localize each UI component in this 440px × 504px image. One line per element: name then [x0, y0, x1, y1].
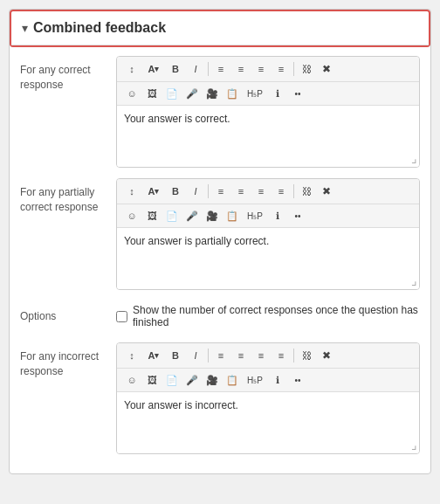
sep2: [293, 62, 294, 76]
incorrect-response-row: For any incorrectresponse ↕ A▾ B I ≡ ≡ ≡…: [20, 342, 420, 454]
partial-toolbar2: ☺ 🖼 📄 🎤 🎥 📋 H₅P ℹ ••: [117, 204, 419, 228]
unlink-btn-i[interactable]: ✖: [317, 347, 336, 364]
image-btn-i[interactable]: 🖼: [142, 371, 162, 389]
sep4: [293, 184, 294, 198]
link-btn-p[interactable]: ⛓: [297, 183, 316, 200]
show-count-label: Show the number of correct responses onc…: [133, 304, 420, 328]
align-center-btn-p[interactable]: ≡: [251, 183, 271, 200]
correct-toolbar1: ↕ A▾ B I ≡ ≡ ≡ ≡ ⛓ ✖: [117, 57, 419, 82]
unlink-btn-p[interactable]: ✖: [317, 183, 336, 200]
chevron-icon[interactable]: ▾: [22, 21, 28, 35]
link-btn-i[interactable]: ⛓: [297, 347, 316, 364]
file-btn[interactable]: 📄: [162, 85, 182, 102]
audio-btn[interactable]: 🎤: [182, 85, 202, 102]
undo-btn[interactable]: ↕: [122, 60, 141, 78]
options-label: Options: [20, 310, 116, 322]
info-btn-p[interactable]: ℹ: [268, 207, 287, 224]
image-btn[interactable]: 🖼: [142, 85, 162, 102]
align-center-btn-i[interactable]: ≡: [251, 347, 271, 364]
sep6: [293, 349, 294, 362]
bold-btn-i[interactable]: B: [166, 347, 185, 364]
font-btn-i[interactable]: A▾: [142, 347, 165, 364]
paste-btn-i[interactable]: 📋: [223, 371, 242, 389]
image-btn-p[interactable]: 🖼: [142, 207, 162, 224]
ul-btn-i[interactable]: ≡: [211, 347, 230, 364]
ol-btn-p[interactable]: ≡: [231, 183, 251, 200]
partial-editor-area[interactable]: Your answer is partially correct.: [117, 228, 419, 289]
align-right-btn-i[interactable]: ≡: [272, 347, 291, 364]
bold-btn[interactable]: B: [166, 60, 185, 78]
correct-toolbar2: ☺ 🖼 📄 🎤 🎥 📋 H₅P ℹ ••: [117, 82, 419, 106]
link-btn[interactable]: ⛓: [297, 60, 316, 78]
paste-btn-p[interactable]: 📋: [223, 207, 242, 224]
ul-btn[interactable]: ≡: [211, 60, 230, 78]
file-btn-p[interactable]: 📄: [162, 207, 182, 224]
panel-title: Combined feedback: [33, 20, 166, 36]
incorrect-toolbar1: ↕ A▾ B I ≡ ≡ ≡ ≡ ⛓ ✖: [117, 343, 419, 369]
emoji-btn-p[interactable]: ☺: [122, 207, 141, 224]
correct-editor-text: Your answer is correct.: [124, 113, 230, 125]
video-btn-p[interactable]: 🎥: [203, 207, 222, 224]
video-btn-i[interactable]: 🎥: [203, 371, 222, 389]
panel-header: ▾ Combined feedback: [11, 11, 429, 45]
options-row: Options Show the number of correct respo…: [20, 300, 420, 332]
font-btn[interactable]: A▾: [142, 60, 165, 78]
emoji-btn[interactable]: ☺: [122, 85, 141, 102]
partial-editor-text: Your answer is partially correct.: [124, 235, 269, 247]
show-count-checkbox[interactable]: [116, 311, 127, 322]
file-btn-i[interactable]: 📄: [162, 371, 182, 389]
align-right-btn[interactable]: ≡: [272, 60, 291, 78]
italic-btn-p[interactable]: I: [186, 183, 205, 200]
sep3: [208, 184, 209, 198]
incorrect-editor-area[interactable]: Your answer is incorrect.: [117, 392, 419, 453]
incorrect-toolbar2: ☺ 🖼 📄 🎤 🎥 📋 H₅P ℹ ••: [117, 369, 419, 392]
correct-editor: ↕ A▾ B I ≡ ≡ ≡ ≡ ⛓ ✖ ☺ 🖼 📄 �: [116, 56, 420, 168]
emoji-btn-i[interactable]: ☺: [122, 371, 141, 389]
sep1: [208, 62, 209, 76]
incorrect-editor: ↕ A▾ B I ≡ ≡ ≡ ≡ ⛓ ✖ ☺ 🖼 📄 �: [116, 342, 420, 454]
incorrect-editor-text: Your answer is incorrect.: [124, 399, 238, 411]
font-btn-p[interactable]: A▾: [142, 183, 165, 200]
ol-btn[interactable]: ≡: [231, 60, 251, 78]
sep5: [208, 349, 209, 362]
partial-editor: ↕ A▾ B I ≡ ≡ ≡ ≡ ⛓ ✖ ☺ 🖼 📄 �: [116, 178, 420, 290]
h5p-btn-p[interactable]: H₅P: [243, 207, 267, 224]
info-btn[interactable]: ℹ: [268, 85, 287, 102]
ol-btn-i[interactable]: ≡: [231, 347, 251, 364]
undo-btn-p[interactable]: ↕: [122, 183, 141, 200]
italic-btn-i[interactable]: I: [186, 347, 205, 364]
options-content: Show the number of correct responses onc…: [116, 304, 420, 328]
paste-btn[interactable]: 📋: [223, 85, 242, 102]
align-right-btn-p[interactable]: ≡: [272, 183, 291, 200]
align-center-btn[interactable]: ≡: [251, 60, 271, 78]
h5p-btn-i[interactable]: H₅P: [243, 371, 267, 389]
partial-response-row: For any partiallycorrect response ↕ A▾ B…: [20, 178, 420, 290]
partial-toolbar1: ↕ A▾ B I ≡ ≡ ≡ ≡ ⛓ ✖: [117, 179, 419, 204]
more-btn[interactable]: ••: [288, 85, 307, 102]
more-btn-p[interactable]: ••: [288, 207, 307, 224]
unlink-btn[interactable]: ✖: [317, 60, 336, 78]
panel-body: For any correctresponse ↕ A▾ B I ≡ ≡ ≡ ≡…: [10, 47, 430, 463]
ul-btn-p[interactable]: ≡: [211, 183, 230, 200]
more-btn-i[interactable]: ••: [288, 371, 307, 389]
combined-feedback-panel: ▾ Combined feedback For any correctrespo…: [9, 9, 431, 474]
correct-response-row: For any correctresponse ↕ A▾ B I ≡ ≡ ≡ ≡…: [20, 56, 420, 168]
partial-label: For any partiallycorrect response: [20, 178, 116, 215]
audio-btn-i[interactable]: 🎤: [182, 371, 202, 389]
audio-btn-p[interactable]: 🎤: [182, 207, 202, 224]
undo-btn-i[interactable]: ↕: [122, 347, 141, 364]
bold-btn-p[interactable]: B: [166, 183, 185, 200]
h5p-btn[interactable]: H₅P: [243, 85, 267, 102]
correct-editor-area[interactable]: Your answer is correct.: [117, 106, 419, 167]
video-btn[interactable]: 🎥: [203, 85, 222, 102]
incorrect-label: For any incorrectresponse: [20, 342, 116, 379]
italic-btn[interactable]: I: [186, 60, 205, 78]
info-btn-i[interactable]: ℹ: [268, 371, 287, 389]
correct-label: For any correctresponse: [20, 56, 116, 93]
